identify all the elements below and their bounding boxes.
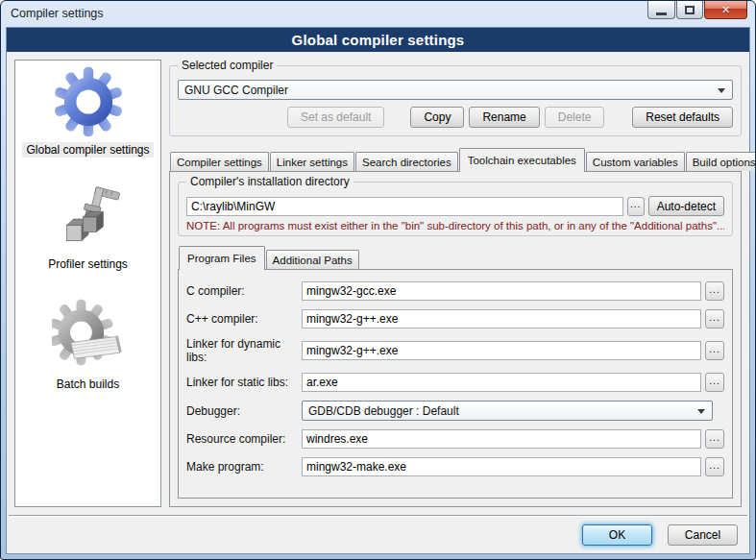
resource-compiler-input[interactable] xyxy=(302,429,701,449)
window-controls: ✕ xyxy=(647,1,747,19)
minimize-icon xyxy=(656,12,667,15)
window-title: Compiler settings xyxy=(11,7,104,20)
c-compiler-label: C compiler: xyxy=(186,284,302,298)
sidebar-item-global-compiler-settings[interactable]: Global compiler settings xyxy=(22,142,153,158)
page-title: Global compiler settings xyxy=(7,28,749,52)
ok-button[interactable]: OK xyxy=(582,524,652,546)
c-compiler-browse-button[interactable]: ... xyxy=(705,281,724,301)
maximize-icon xyxy=(685,6,695,14)
settings-tabstrip: Compiler settings Linker settings Search… xyxy=(169,146,742,171)
selected-compiler-group: Selected compiler GNU GCC Compiler Set a… xyxy=(169,65,742,136)
make-program-label: Make program: xyxy=(186,460,302,474)
cpp-compiler-browse-button[interactable]: ... xyxy=(705,309,724,329)
close-button[interactable]: ✕ xyxy=(704,1,747,19)
cancel-button[interactable]: Cancel xyxy=(668,524,738,546)
tab-compiler-settings[interactable]: Compiler settings xyxy=(170,152,269,171)
chevron-down-icon xyxy=(697,409,705,414)
dialog-surface: Global compiler settings xyxy=(6,27,750,554)
debugger-select[interactable]: GDB/CDB debugger : Default xyxy=(302,401,713,421)
blue-gear-icon[interactable] xyxy=(53,66,124,137)
linker-static-browse-button[interactable]: ... xyxy=(705,373,724,392)
make-program-browse-button[interactable]: ... xyxy=(705,457,724,476)
linker-static-input[interactable] xyxy=(302,373,701,392)
debugger-select-value: GDB/CDB debugger : Default xyxy=(308,404,459,418)
c-compiler-input[interactable] xyxy=(302,281,701,301)
debugger-label: Debugger: xyxy=(186,404,302,418)
installation-directory-legend: Compiler's installation directory xyxy=(186,175,354,188)
program-files-tabstrip: Program Files Additional Paths xyxy=(178,246,733,269)
gray-gear-papers-icon[interactable] xyxy=(52,299,125,372)
minimize-button[interactable] xyxy=(647,1,675,19)
titlebar[interactable]: Compiler settings ✕ xyxy=(1,1,755,27)
rename-button[interactable]: Rename xyxy=(469,107,539,128)
sidebar-item-batch-builds[interactable]: Batch builds xyxy=(53,377,123,392)
installation-note: NOTE: All programs must exist either in … xyxy=(186,220,724,231)
selected-compiler-legend: Selected compiler xyxy=(178,59,277,72)
set-as-default-button[interactable]: Set as default xyxy=(287,107,384,128)
close-icon: ✕ xyxy=(721,4,730,16)
compiler-select-value: GNU GCC Compiler xyxy=(184,84,288,97)
tab-linker-settings[interactable]: Linker settings xyxy=(270,152,354,171)
cpp-compiler-label: C++ compiler: xyxy=(186,312,302,326)
tab-build-options[interactable]: Build options xyxy=(686,152,756,171)
footer: OK Cancel xyxy=(7,517,749,553)
compiler-select[interactable]: GNU GCC Compiler xyxy=(178,80,733,100)
linker-dynamic-browse-button[interactable]: ... xyxy=(705,341,724,360)
chevron-down-icon xyxy=(718,88,725,93)
settings-category-list: Global compiler settings xyxy=(14,60,161,507)
delete-button[interactable]: Delete xyxy=(545,107,605,128)
resource-compiler-label: Resource compiler: xyxy=(186,432,302,446)
copy-button[interactable]: Copy xyxy=(410,107,464,128)
sidebar-item-profiler-settings[interactable]: Profiler settings xyxy=(44,256,132,272)
compiler-settings-window: Compiler settings ✕ Global compiler sett… xyxy=(0,0,756,560)
program-files-page: C compiler: ... C++ compiler: ... Linker… xyxy=(178,269,733,499)
reset-defaults-button[interactable]: Reset defaults xyxy=(632,107,733,128)
auto-detect-button[interactable]: Auto-detect xyxy=(648,196,724,216)
linker-dynamic-label: Linker for dynamic libs: xyxy=(186,337,302,364)
cpp-compiler-input[interactable] xyxy=(302,309,701,329)
make-program-input[interactable] xyxy=(302,457,701,476)
caliper-cubes-icon[interactable] xyxy=(55,183,122,252)
linker-static-label: Linker for static libs: xyxy=(186,376,302,389)
resource-compiler-browse-button[interactable]: ... xyxy=(705,429,724,449)
tab-additional-paths[interactable]: Additional Paths xyxy=(266,250,359,269)
tab-toolchain-executables[interactable]: Toolchain executables xyxy=(459,148,585,172)
tab-search-directories[interactable]: Search directories xyxy=(355,152,458,171)
tab-custom-variables[interactable]: Custom variables xyxy=(586,152,685,171)
toolchain-executables-page: Compiler's installation directory ... Au… xyxy=(169,171,742,507)
installation-directory-group: Compiler's installation directory ... Au… xyxy=(178,182,733,236)
tab-program-files[interactable]: Program Files xyxy=(179,246,265,270)
linker-dynamic-input[interactable] xyxy=(302,341,701,360)
installation-directory-browse-button[interactable]: ... xyxy=(627,197,645,216)
installation-directory-input[interactable] xyxy=(186,197,623,216)
maximize-button[interactable] xyxy=(676,1,703,19)
